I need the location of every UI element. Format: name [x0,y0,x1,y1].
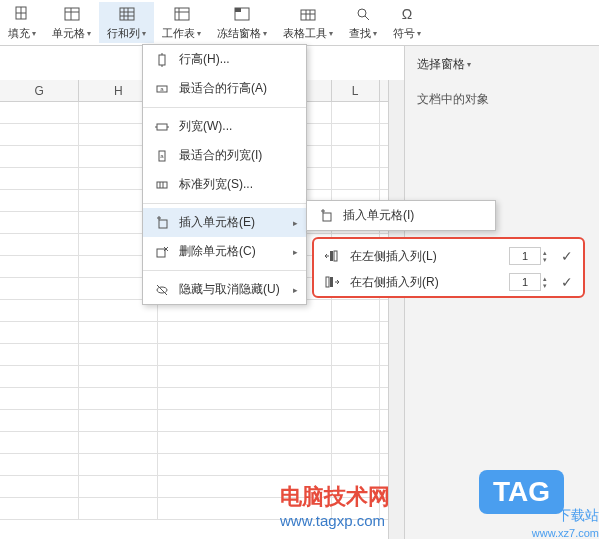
watermark-url: www.tagxp.com [280,512,390,529]
confirm-icon[interactable]: ✓ [561,248,573,264]
ribbon-tools-label: 表格工具 [283,26,327,41]
menu-insert-cell-label: 插入单元格(E) [179,214,255,231]
insert-cell-submenu: 插入单元格(I) [306,200,496,231]
fill-icon [12,4,32,24]
ribbon-tools[interactable]: 表格工具▾ [275,2,341,43]
symbol-icon: Ω [397,4,417,24]
menu-best-row-height[interactable]: a 最适合的行高(A) [143,74,306,103]
menu-insert-cell[interactable]: 插入单元格(E) ▸ [143,208,306,237]
spinner-icon[interactable]: ▴▾ [543,275,555,289]
objects-in-doc-label: 文档中的对象 [417,91,587,108]
menu-best-col-width-label: 最适合的列宽(I) [179,147,262,164]
svg-rect-16 [159,220,167,228]
watermark-title: 电脑技术网 [280,482,390,512]
chevron-down-icon: ▾ [87,29,91,38]
chevron-down-icon: ▾ [373,29,377,38]
menu-delete-cell-label: 删除单元格(C) [179,243,256,260]
svg-rect-2 [120,8,134,20]
best-row-height-icon: a [153,81,171,97]
svg-rect-9 [159,55,165,65]
freeze-icon [232,4,252,24]
chevron-down-icon: ▾ [467,60,471,69]
svg-rect-3 [175,8,189,20]
chevron-right-icon: ▸ [293,247,298,257]
insert-right-count[interactable]: 1 [509,273,541,291]
menu-std-col-width[interactable]: 标准列宽(S)... [143,170,306,199]
chevron-down-icon: ▾ [32,29,36,38]
best-col-width-icon: a [153,148,171,164]
menu-std-col-width-label: 标准列宽(S)... [179,176,253,193]
insert-left-label: 在左侧插入列(L) [350,248,509,265]
ribbon-rowcol[interactable]: 行和列▾ [99,2,154,43]
sheet-icon [172,4,192,24]
insert-cell-icon [153,215,171,231]
col-header-g[interactable]: G [0,80,79,101]
svg-point-7 [358,9,366,17]
ribbon-find-label: 查找 [349,26,371,41]
insert-cell-icon [317,208,335,224]
ribbon-rowcol-label: 行和列 [107,26,140,41]
ribbon-sheet-label: 工作表 [162,26,195,41]
insert-left-icon [324,249,342,263]
chevron-down-icon: ▾ [197,29,201,38]
insert-left-count[interactable]: 1 [509,247,541,265]
insert-left-row[interactable]: 在左侧插入列(L) 1 ▴▾ ✓ [314,243,583,269]
insert-right-label: 在右侧插入列(R) [350,274,509,291]
delete-cell-icon [153,244,171,260]
svg-rect-22 [326,277,329,287]
download-site-name: 下载站 [557,507,599,525]
chevron-right-icon: ▸ [293,285,298,295]
menu-row-height-label: 行高(H)... [179,51,230,68]
menu-hide-unhide-label: 隐藏与取消隐藏(U) [179,281,280,298]
find-icon [353,4,373,24]
svg-text:a: a [160,86,164,92]
menu-hide-unhide[interactable]: 隐藏与取消隐藏(U) ▸ [143,275,306,304]
insert-right-icon [324,275,342,289]
chevron-down-icon: ▾ [263,29,267,38]
spinner-icon[interactable]: ▴▾ [543,249,555,263]
ribbon-symbol-label: 符号 [393,26,415,41]
menu-col-width-label: 列宽(W)... [179,118,232,135]
vertical-scrollbar[interactable] [388,80,404,539]
svg-text:Ω: Ω [402,6,412,22]
ribbon-find[interactable]: 查找▾ [341,2,385,43]
chevron-down-icon: ▾ [329,29,333,38]
insert-columns-highlight: 在左侧插入列(L) 1 ▴▾ ✓ 在右侧插入列(R) 1 ▴▾ ✓ [312,237,585,298]
chevron-right-icon: ▸ [293,218,298,228]
svg-rect-15 [157,182,167,188]
svg-rect-23 [330,277,333,287]
ribbon-freeze[interactable]: 冻结窗格▾ [209,2,275,43]
svg-rect-1 [65,8,79,20]
watermark: 电脑技术网 www.tagxp.com [280,482,390,529]
rowcol-icon [117,4,137,24]
menu-delete-cell[interactable]: 删除单元格(C) ▸ [143,237,306,266]
ribbon-fill[interactable]: 填充▾ [0,2,44,43]
cell-icon [62,4,82,24]
ribbon-symbol[interactable]: Ω 符号▾ [385,2,429,43]
svg-rect-5 [235,8,241,12]
menu-best-col-width[interactable]: a 最适合的列宽(I) [143,141,306,170]
menu-separator [143,107,306,108]
select-pane-label: 选择窗格 [417,56,465,73]
svg-rect-17 [157,249,165,257]
ribbon-cell[interactable]: 单元格▾ [44,2,99,43]
chevron-down-icon: ▾ [417,29,421,38]
menu-row-height[interactable]: 行高(H)... [143,45,306,74]
svg-rect-21 [334,251,337,261]
insert-right-row[interactable]: 在右侧插入列(R) 1 ▴▾ ✓ [314,269,583,295]
row-height-icon [153,52,171,68]
menu-separator [143,270,306,271]
ribbon-sheet[interactable]: 工作表▾ [154,2,209,43]
col-header-l[interactable]: L [332,80,380,101]
chevron-down-icon: ▾ [142,29,146,38]
svg-rect-6 [301,10,315,20]
std-col-width-icon [153,177,171,193]
tag-badge: TAG [479,470,564,514]
menu-col-width[interactable]: 列宽(W)... [143,112,306,141]
confirm-icon[interactable]: ✓ [561,274,573,290]
svg-rect-19 [323,213,331,221]
submenu-insert-cell[interactable]: 插入单元格(I) [307,201,495,230]
select-pane-dropdown[interactable]: 选择窗格 ▾ [417,56,587,73]
col-width-icon [153,119,171,135]
rowcol-dropdown-menu: 行高(H)... a 最适合的行高(A) 列宽(W)... a 最适合的列宽(I… [142,44,307,305]
